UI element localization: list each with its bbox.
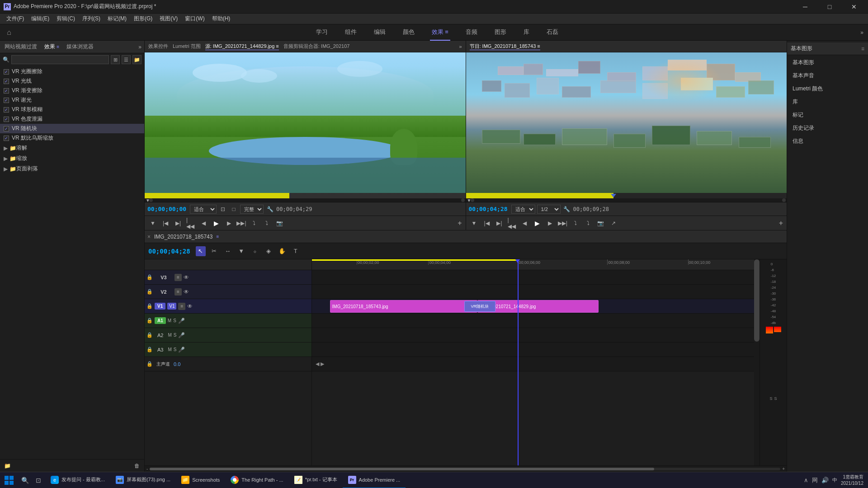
- track-v2-lock[interactable]: 🔒: [146, 289, 153, 295]
- source-to-in[interactable]: |◀◀: [186, 219, 195, 228]
- effect-vr-blur-checkbox[interactable]: ✓: [4, 107, 9, 113]
- track-a1-lock[interactable]: 🔒: [146, 318, 153, 324]
- prog-in-handle[interactable]: [471, 198, 474, 202]
- prog-overwrite[interactable]: ⤵: [584, 219, 593, 228]
- taskbar-search[interactable]: 🔍: [18, 474, 32, 487]
- track-a3-lock[interactable]: 🔒: [146, 347, 153, 352]
- tab-color[interactable]: 颜色: [401, 24, 416, 41]
- tab-assembly[interactable]: 组件: [343, 24, 359, 41]
- track-a2-m[interactable]: M: [168, 333, 171, 338]
- effect-vr-iris-checkbox[interactable]: ✓: [4, 69, 9, 75]
- tab-edit[interactable]: 编辑: [372, 24, 387, 41]
- timeline-timecode[interactable]: 00;00;04;28: [148, 248, 190, 255]
- source-overwrite[interactable]: ⤵: [262, 219, 271, 228]
- tab-library[interactable]: 库: [522, 24, 531, 41]
- tab-graphics[interactable]: 图形: [493, 24, 508, 41]
- tab-website-transitions[interactable]: 网站视频过渡: [3, 42, 39, 52]
- prog-add-btn[interactable]: +: [779, 219, 783, 227]
- tab-audio[interactable]: 音频: [464, 24, 479, 41]
- sys-arrow-icon[interactable]: ∧: [804, 477, 808, 483]
- effect-vr-iris[interactable]: ✓ VR 光圈擦除: [0, 67, 144, 76]
- transition-vr-random[interactable]: VR随机块: [464, 301, 495, 312]
- folder-page-peel[interactable]: ▶ 📁 页面剥落: [0, 164, 144, 174]
- effects-grid-icon[interactable]: ⊞: [111, 55, 120, 64]
- right-panel-history[interactable]: 历史记录: [787, 122, 868, 135]
- home-button[interactable]: ⌂: [0, 24, 18, 41]
- track-content-v3[interactable]: [312, 270, 760, 285]
- clip-img20210721[interactable]: IMG_20210721_144829.jpg: [477, 300, 598, 313]
- track-v3-sync[interactable]: ≡: [175, 274, 182, 281]
- right-panel-info[interactable]: 信息: [787, 135, 868, 148]
- taskbar-item-premiere[interactable]: Pr Adobe Premiere ...: [343, 472, 406, 488]
- track-a3-s[interactable]: S: [174, 347, 177, 352]
- tab-effects[interactable]: 效果 ≡: [42, 42, 61, 52]
- prog-play-button[interactable]: ▶: [533, 219, 542, 228]
- effect-vr-fade[interactable]: ✓ VR 谢光: [0, 95, 144, 105]
- source-mark-next[interactable]: ▶|: [174, 219, 183, 228]
- prog-mark-in[interactable]: ▼: [470, 219, 479, 228]
- program-zoom-select[interactable]: 适合 25% 50%: [511, 205, 535, 214]
- sys-lang-indicator[interactable]: 中: [832, 477, 837, 483]
- effect-vr-chroma-checkbox[interactable]: ✓: [4, 117, 9, 122]
- zoom-track[interactable]: [150, 468, 780, 470]
- track-a1-s[interactable]: S: [173, 318, 176, 323]
- source-camera[interactable]: 📷: [275, 219, 284, 228]
- zoom-out-icon[interactable]: -: [146, 466, 148, 471]
- source-mark-prev[interactable]: |◀: [161, 219, 170, 228]
- menu-help[interactable]: 帮助(H): [208, 14, 234, 23]
- taskbar-item-chrome[interactable]: The Right Path - ...: [225, 472, 288, 488]
- right-panel-markers[interactable]: 标记: [787, 108, 868, 122]
- prog-export[interactable]: ↗: [609, 219, 618, 228]
- panel-more-btn[interactable]: »: [138, 44, 142, 50]
- tab-audio-mixer[interactable]: 音频剪辑混合器: IMG_202107: [283, 43, 350, 50]
- tab-source-clip[interactable]: 源: IMG_20210721_144829.jpg ≡: [205, 43, 279, 50]
- program-settings-icon[interactable]: 🔧: [562, 205, 571, 214]
- source-insert[interactable]: ⤵: [250, 219, 259, 228]
- effect-vr-mobius-checkbox[interactable]: ✓: [4, 136, 9, 141]
- tool-mark[interactable]: ▼: [236, 246, 246, 256]
- right-panel-basic-audio[interactable]: 基本声音: [787, 69, 868, 82]
- sys-volume-icon[interactable]: 🔊: [821, 477, 829, 483]
- track-content-a2[interactable]: [312, 328, 760, 343]
- effect-vr-gradient-checkbox[interactable]: ✓: [4, 88, 9, 94]
- tool-slip[interactable]: ⬦: [250, 246, 260, 256]
- track-content-master[interactable]: ◀ ▶: [312, 357, 760, 371]
- track-a2-s[interactable]: S: [174, 333, 177, 338]
- track-a3-mic[interactable]: 🎤: [178, 347, 185, 353]
- panel-delete-icon[interactable]: 🗑: [132, 461, 142, 470]
- source-to-out[interactable]: ▶▶|: [237, 219, 246, 228]
- clip-img20210718[interactable]: IMG_20210718_185743.jpg: [330, 300, 478, 313]
- maximize-button[interactable]: □: [819, 0, 840, 14]
- taskbar-item-screenshot[interactable]: 📷 屏幕截图(73).png ...: [110, 472, 176, 488]
- tab-lumetri-scope[interactable]: Lumetri 范围: [173, 43, 201, 50]
- minimize-button[interactable]: ─: [795, 0, 816, 14]
- menu-marker[interactable]: 标记(M): [104, 14, 130, 23]
- timeline-close-btn[interactable]: ×: [147, 234, 151, 240]
- prog-mark-prev[interactable]: |◀: [482, 219, 491, 228]
- tool-text[interactable]: T: [291, 246, 301, 256]
- source-settings-icon[interactable]: 🔧: [265, 205, 274, 214]
- track-content-a3[interactable]: [312, 343, 760, 357]
- track-content-v2[interactable]: [312, 285, 760, 299]
- menu-view[interactable]: 视图(V): [156, 14, 181, 23]
- menu-edit[interactable]: 编辑(E): [28, 14, 53, 23]
- tool-razor[interactable]: ✂: [209, 246, 219, 256]
- menu-sequence[interactable]: 序列(S): [79, 14, 104, 23]
- tool-track-select[interactable]: ↔: [223, 246, 233, 256]
- timeline-vertical-scrollbar[interactable]: [754, 259, 760, 465]
- track-v1-sync[interactable]: ≡: [178, 303, 185, 310]
- effect-vr-fade-checkbox[interactable]: ✓: [4, 98, 9, 103]
- menu-clip[interactable]: 剪辑(C): [53, 14, 79, 23]
- source-frame-icon[interactable]: ⊡: [218, 205, 227, 214]
- right-panel-library[interactable]: 库: [787, 95, 868, 108]
- tool-ripple[interactable]: ◈: [264, 246, 274, 256]
- track-v1-select-btn[interactable]: V1: [167, 303, 176, 310]
- start-button[interactable]: [0, 472, 18, 488]
- track-v1-active-btn[interactable]: V1: [155, 303, 165, 310]
- source-play-button[interactable]: ▶: [212, 219, 221, 228]
- prog-to-in[interactable]: |◀◀: [508, 219, 517, 228]
- track-v3-eye[interactable]: 👁: [184, 274, 189, 281]
- timeline-vscroll-thumb[interactable]: [754, 259, 760, 342]
- nav-more[interactable]: »: [856, 29, 868, 36]
- tab-shilei[interactable]: 石磊: [545, 24, 560, 41]
